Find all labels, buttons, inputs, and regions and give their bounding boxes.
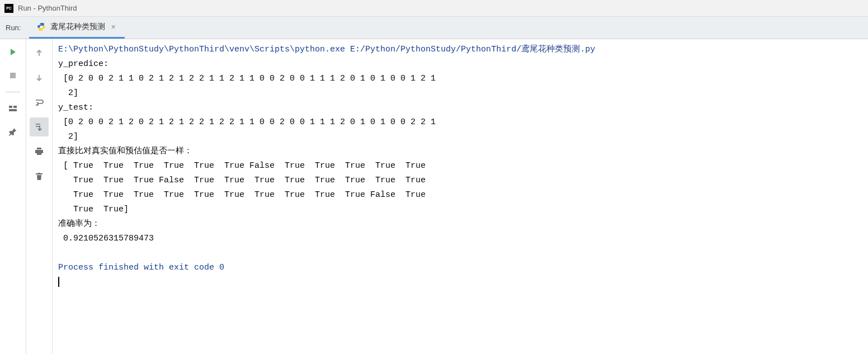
window-title-bar: PC Run - PythonThird — [0, 0, 868, 17]
down-button[interactable] — [30, 68, 49, 87]
up-button[interactable] — [30, 44, 49, 63]
run-body: E:\Python\PythonStudy\PythonThird\venv\S… — [0, 39, 868, 354]
cursor-caret — [58, 277, 59, 287]
compare-row: True True True False True True True True… — [58, 176, 426, 185]
ytest-row: [0 2 0 0 2 1 2 0 2 1 2 1 2 2 1 2 2 1 1 0… — [58, 117, 436, 127]
tab-label: 鸢尾花种类预测 — [50, 22, 105, 32]
run-tab-active[interactable]: 鸢尾花种类预测 × — [29, 17, 124, 39]
command-line: E:\Python\PythonStudy\PythonThird\venv\S… — [58, 45, 595, 54]
pycharm-app-icon: PC — [4, 4, 13, 13]
window-title: Run - PythonThird — [18, 4, 77, 12]
clear-all-button[interactable] — [30, 167, 49, 186]
soft-wrap-button[interactable] — [30, 93, 49, 112]
svg-rect-2 — [13, 106, 17, 108]
run-panel-label: Run: — [0, 17, 29, 39]
compare-row: True True] — [58, 205, 129, 214]
rerun-button[interactable] — [4, 44, 21, 60]
ypred-row: [0 2 0 0 2 1 1 0 2 1 2 1 2 2 1 1 2 1 1 0… — [58, 74, 436, 83]
run-header-bar: Run: 鸢尾花种类预测 × — [0, 17, 868, 39]
compare-row: [ True True True True True True False Tr… — [58, 161, 426, 171]
layout-button[interactable] — [4, 100, 21, 117]
process-exit-line: Process finished with exit code 0 — [58, 263, 224, 272]
python-file-icon — [37, 22, 46, 31]
stop-button[interactable] — [4, 67, 21, 84]
ypred-label: y_predice: — [58, 59, 108, 69]
accuracy-label: 准确率为： — [58, 219, 100, 229]
svg-rect-3 — [9, 109, 17, 111]
compare-label: 直接比对真实值和预估值是否一样： — [58, 147, 192, 156]
toolbar-divider — [6, 92, 20, 92]
run-toolbar-left — [0, 39, 26, 354]
accuracy-value: 0.9210526315789473 — [58, 234, 154, 243]
console-output[interactable]: E:\Python\PythonStudy\PythonThird\venv\S… — [53, 39, 868, 354]
svg-rect-0 — [10, 73, 16, 78]
ytest-row: 2] — [58, 132, 78, 141]
scroll-to-end-button[interactable] — [30, 117, 49, 136]
print-button[interactable] — [30, 142, 49, 161]
run-toolbar-secondary — [26, 39, 53, 354]
ypred-row: 2] — [58, 88, 78, 98]
ytest-label: y_test: — [58, 103, 93, 112]
close-tab-icon[interactable]: × — [110, 22, 116, 31]
svg-rect-1 — [9, 106, 12, 108]
compare-row: True True True True True True True True … — [58, 190, 426, 200]
pin-button[interactable] — [4, 124, 21, 140]
